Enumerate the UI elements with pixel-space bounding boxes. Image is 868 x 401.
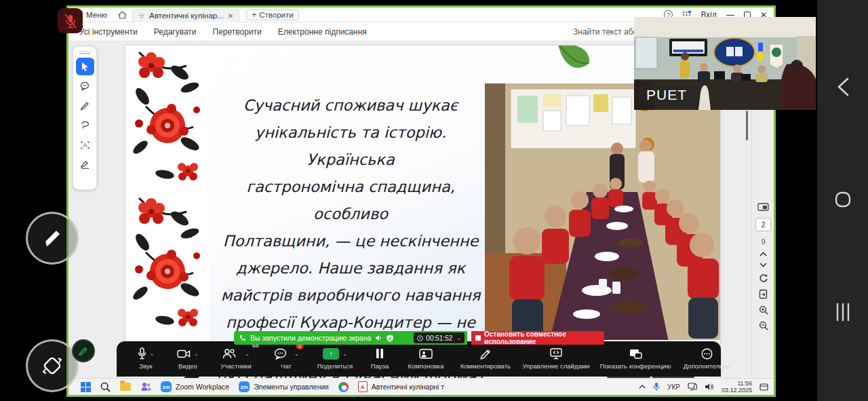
participant-video[interactable]: PUET bbox=[634, 17, 816, 110]
notification-icon[interactable] bbox=[760, 383, 768, 392]
stop-share-label: Остановить совместное использование bbox=[484, 330, 600, 345]
nav-home-button[interactable] bbox=[817, 179, 868, 220]
phone-rotate-button[interactable] bbox=[26, 339, 79, 392]
page-number-input[interactable]: 2 bbox=[755, 218, 771, 231]
speaker-icon bbox=[375, 335, 382, 341]
chrome-button[interactable] bbox=[338, 382, 349, 392]
chat-chevron-icon[interactable]: ⌄ bbox=[294, 351, 299, 357]
phone-draw-button[interactable] bbox=[26, 212, 79, 265]
menu-convert[interactable]: Перетворити bbox=[213, 27, 262, 37]
share-chevron-icon[interactable]: ⌄ bbox=[342, 351, 347, 357]
show-meeting-button[interactable]: Показать конференцию bbox=[595, 346, 675, 370]
zoom-app-icon: zm bbox=[161, 381, 172, 392]
clock-icon bbox=[417, 335, 423, 341]
pause-button[interactable]: Пауза bbox=[362, 346, 397, 370]
share-banner-text: Вы запустили демонстрацию экрана bbox=[250, 334, 371, 342]
windows-icon bbox=[81, 382, 91, 392]
palette-drag-handle[interactable] bbox=[79, 50, 90, 56]
tray-language[interactable]: УКР bbox=[667, 383, 680, 391]
comment-tool[interactable] bbox=[76, 77, 94, 95]
taskbar-pdf-document[interactable]: A Автентичні кулінарні т bbox=[358, 381, 444, 392]
pause-icon bbox=[376, 348, 384, 359]
svg-text:A: A bbox=[83, 142, 87, 149]
highlight-tool[interactable] bbox=[76, 97, 94, 115]
tray-mic-icon[interactable] bbox=[653, 382, 660, 392]
slide-line: унікальність та історію. Українська bbox=[212, 119, 489, 173]
audio-chevron-icon[interactable]: ⌄ bbox=[150, 351, 155, 357]
microphone-icon bbox=[138, 347, 146, 360]
lasso-tool[interactable] bbox=[76, 117, 94, 134]
slide-line: гастрономічна спадщина, особливо bbox=[212, 173, 489, 227]
teams-button[interactable] bbox=[140, 381, 151, 392]
rotate-icon[interactable] bbox=[759, 273, 768, 283]
video-chevron-icon[interactable]: ⌄ bbox=[194, 351, 199, 357]
reading-mode-icon[interactable] bbox=[757, 203, 769, 212]
chat-button[interactable]: 2⌄ Чат bbox=[264, 346, 308, 370]
find-text-hint[interactable]: Знайти текст або bbox=[573, 22, 637, 41]
menu-esign[interactable]: Електронне підписання bbox=[278, 27, 367, 37]
tray-expand-icon[interactable] bbox=[639, 385, 646, 389]
back-icon bbox=[835, 77, 850, 97]
slide-line: Полтавщини, — це нескінченне bbox=[212, 227, 489, 254]
participants-icon bbox=[222, 348, 236, 359]
slide-control-button[interactable]: Управление слайдами bbox=[519, 346, 593, 370]
panel-divider bbox=[751, 111, 752, 377]
taskbar-zoom-controls[interactable]: zm Элементы управления bbox=[239, 381, 329, 392]
nav-recents-button[interactable] bbox=[817, 292, 868, 332]
layout-button[interactable]: Компоновка bbox=[400, 346, 452, 370]
pencil-icon bbox=[41, 227, 64, 250]
menu-edit[interactable]: Редагувати bbox=[154, 27, 197, 37]
select-tool[interactable] bbox=[76, 58, 94, 75]
teams-icon bbox=[140, 381, 151, 392]
pdf-doc-label: Автентичні кулінарні т bbox=[372, 383, 444, 391]
stop-share-button[interactable]: Остановить совместное использование bbox=[471, 331, 604, 345]
zoom-out-icon[interactable] bbox=[759, 321, 768, 330]
share-button[interactable]: ↑⌄ Поделиться bbox=[311, 346, 359, 370]
share-timer: 00:51:52 bbox=[426, 335, 452, 342]
sign-tool[interactable] bbox=[76, 156, 94, 174]
zoom-controls-icon: zm bbox=[239, 381, 250, 392]
zoom-controls-label: Элементы управления bbox=[254, 383, 329, 391]
shield-icon bbox=[387, 335, 393, 342]
pdf-nav-panel: 2 9 bbox=[753, 203, 774, 330]
zoom-annotate-float-button[interactable] bbox=[72, 339, 95, 362]
annotate-button[interactable]: Комментировать bbox=[454, 346, 517, 370]
chevron-down-icon: ⌄ bbox=[456, 335, 461, 341]
zoom-in-icon[interactable] bbox=[759, 305, 768, 315]
create-button[interactable]: + Створити bbox=[246, 9, 298, 20]
participants-chevron-icon[interactable]: ⌄ bbox=[245, 351, 250, 357]
chat-icon bbox=[274, 348, 287, 360]
nav-back-button[interactable] bbox=[817, 66, 868, 107]
taskbar-zoom-workplace[interactable]: zm Zoom Workplace bbox=[161, 381, 229, 392]
tray-network-icon[interactable] bbox=[688, 383, 697, 391]
recents-icon bbox=[835, 302, 851, 322]
tray-clock[interactable]: 11:56 03.12.2025 bbox=[722, 380, 752, 394]
share-timer-pill[interactable]: 00:51:52 ⌄ bbox=[414, 332, 465, 343]
green-pencil-icon bbox=[78, 345, 89, 356]
search-button[interactable] bbox=[100, 382, 111, 392]
phone-mic-muted-button[interactable] bbox=[58, 8, 83, 33]
slide-line: Сучасний споживач шукає bbox=[212, 92, 489, 119]
text-select-tool[interactable]: A bbox=[76, 136, 94, 154]
video-button[interactable]: ⌄ Видео bbox=[168, 346, 208, 370]
more-icon bbox=[701, 348, 713, 360]
document-tab[interactable]: ☆ Автентичні кулінар... ✕ bbox=[132, 9, 239, 22]
scrollbar-thumb[interactable] bbox=[746, 111, 748, 140]
tab-close-icon[interactable]: ✕ bbox=[228, 12, 233, 20]
export-page-icon[interactable] bbox=[759, 289, 768, 299]
explorer-button[interactable] bbox=[120, 383, 131, 391]
more-button[interactable]: Дополнительно bbox=[678, 346, 735, 370]
participants-button[interactable]: 68⌄ Участники bbox=[210, 346, 262, 370]
tray-volume-icon[interactable] bbox=[705, 383, 714, 391]
page-up-icon[interactable] bbox=[760, 252, 767, 256]
audio-button[interactable]: ⌄ Звук bbox=[126, 346, 165, 370]
menu-all-tools[interactable]: Усі інструменти bbox=[79, 27, 138, 37]
page-down-icon[interactable] bbox=[760, 263, 767, 267]
home-nav-icon bbox=[833, 190, 852, 209]
start-button[interactable] bbox=[81, 382, 91, 392]
comment-icon bbox=[80, 81, 90, 91]
home-button[interactable] bbox=[113, 7, 132, 22]
chrome-icon bbox=[338, 382, 349, 392]
screen-share-banner: Вы запустили демонстрацию экрана 00:51:5… bbox=[234, 331, 467, 345]
phone-icon bbox=[239, 335, 246, 341]
